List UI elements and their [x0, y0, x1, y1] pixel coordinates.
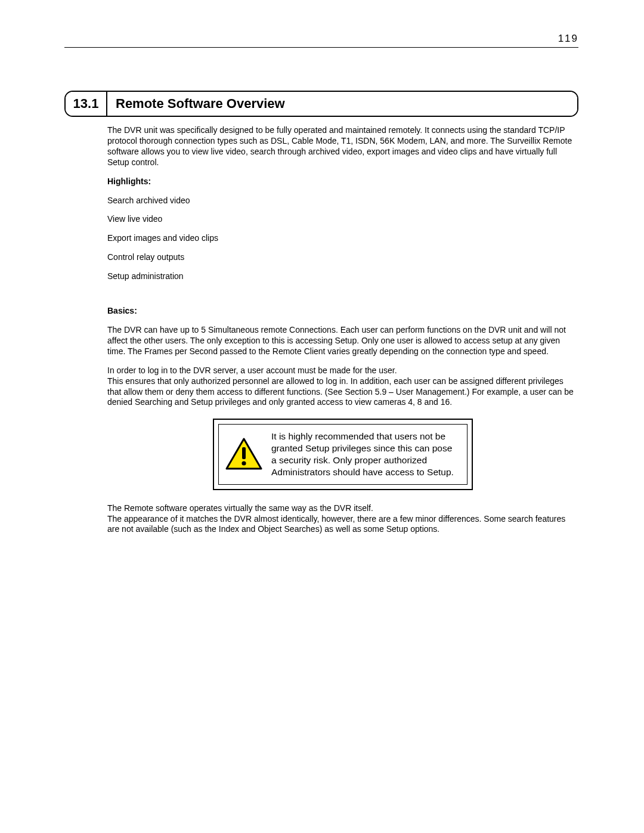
svg-point-2	[242, 461, 246, 465]
basics-paragraph-1: The DVR can have up to 5 Simultaneous re…	[107, 325, 578, 357]
callout-inner-frame: It is highly recommended that users not …	[218, 424, 467, 484]
closing-line-2: The appearance of it matches the DVR alm…	[107, 514, 578, 535]
svg-rect-1	[242, 447, 246, 459]
page-content: 119 13.1 Remote Software Overview The DV…	[64, 33, 578, 543]
callout-outer-frame: It is highly recommended that users not …	[213, 419, 473, 490]
page-number: 119	[64, 33, 578, 48]
highlight-item: Search archived video	[107, 196, 578, 206]
basics-heading: Basics:	[107, 306, 578, 317]
highlight-item: Export images and video clips	[107, 233, 578, 244]
closing-line-1: The Remote software operates virtually t…	[107, 503, 578, 514]
warning-triangle-icon	[225, 437, 263, 472]
highlight-item: Control relay outputs	[107, 252, 578, 263]
section-number: 13.1	[66, 92, 107, 116]
highlights-heading: Highlights:	[107, 176, 578, 187]
basics-login-line: In order to log in to the DVR server, a …	[107, 366, 578, 376]
highlight-item: Setup administration	[107, 271, 578, 282]
highlights-list: Search archived video View live video Ex…	[107, 196, 578, 283]
warning-callout: It is highly recommended that users not …	[107, 419, 578, 490]
callout-text: It is highly recommended that users not …	[271, 431, 457, 478]
highlight-item: View live video	[107, 214, 578, 225]
basics-paragraph-2: This ensures that only authorized person…	[107, 376, 578, 408]
section-title: Remote Software Overview	[107, 92, 577, 116]
body-content: The DVR unit was specifically designed t…	[107, 125, 578, 535]
intro-paragraph: The DVR unit was specifically designed t…	[107, 125, 578, 168]
section-header: 13.1 Remote Software Overview	[64, 91, 578, 117]
